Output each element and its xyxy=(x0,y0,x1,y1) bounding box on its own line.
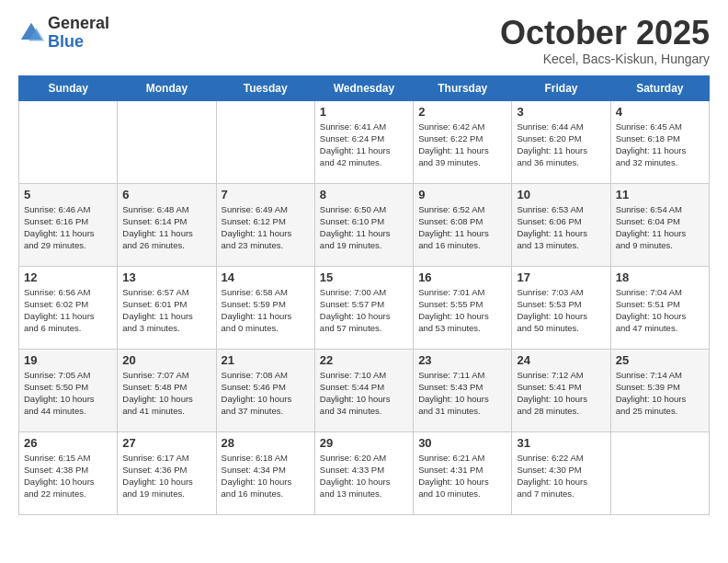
day-number: 9 xyxy=(418,188,506,201)
day-number: 24 xyxy=(517,353,605,367)
day-number: 16 xyxy=(418,270,506,284)
day-info: Sunrise: 7:04 AM Sunset: 5:51 PM Dayligh… xyxy=(616,286,704,335)
calendar-cell: 7Sunrise: 6:49 AM Sunset: 6:12 PM Daylig… xyxy=(216,183,314,266)
day-info: Sunrise: 6:46 AM Sunset: 6:16 PM Dayligh… xyxy=(24,203,112,252)
calendar-cell: 4Sunrise: 6:45 AM Sunset: 6:18 PM Daylig… xyxy=(610,100,709,183)
calendar-cell: 26Sunrise: 6:15 AM Sunset: 4:38 PM Dayli… xyxy=(19,431,118,514)
day-number: 4 xyxy=(616,105,704,119)
day-number: 26 xyxy=(24,436,112,450)
calendar-cell: 10Sunrise: 6:53 AM Sunset: 6:06 PM Dayli… xyxy=(512,183,610,266)
day-info: Sunrise: 6:52 AM Sunset: 6:08 PM Dayligh… xyxy=(418,203,506,252)
calendar-cell: 14Sunrise: 6:58 AM Sunset: 5:59 PM Dayli… xyxy=(216,266,314,349)
day-number: 15 xyxy=(320,270,408,284)
day-info: Sunrise: 6:54 AM Sunset: 6:04 PM Dayligh… xyxy=(616,203,704,252)
day-info: Sunrise: 7:08 AM Sunset: 5:46 PM Dayligh… xyxy=(222,369,310,418)
calendar-cell: 8Sunrise: 6:50 AM Sunset: 6:10 PM Daylig… xyxy=(314,183,413,266)
calendar-cell: 1Sunrise: 6:41 AM Sunset: 6:24 PM Daylig… xyxy=(314,100,413,183)
calendar-title: October 2025 xyxy=(500,15,710,52)
calendar-cell: 31Sunrise: 6:22 AM Sunset: 4:30 PM Dayli… xyxy=(512,431,610,514)
day-info: Sunrise: 7:11 AM Sunset: 5:43 PM Dayligh… xyxy=(418,369,506,418)
calendar-cell xyxy=(610,431,709,514)
calendar-cell xyxy=(19,100,118,183)
calendar-cell: 5Sunrise: 6:46 AM Sunset: 6:16 PM Daylig… xyxy=(19,183,118,266)
calendar-cell: 13Sunrise: 6:57 AM Sunset: 6:01 PM Dayli… xyxy=(118,266,216,349)
day-info: Sunrise: 6:42 AM Sunset: 6:22 PM Dayligh… xyxy=(418,121,506,169)
day-info: Sunrise: 6:21 AM Sunset: 4:31 PM Dayligh… xyxy=(418,452,506,500)
calendar-cell: 18Sunrise: 7:04 AM Sunset: 5:51 PM Dayli… xyxy=(610,266,709,349)
day-number: 25 xyxy=(616,353,704,367)
day-number: 17 xyxy=(517,270,605,284)
day-number: 22 xyxy=(320,353,408,367)
day-number: 28 xyxy=(222,436,310,450)
day-number: 7 xyxy=(222,188,310,201)
calendar-cell: 23Sunrise: 7:11 AM Sunset: 5:43 PM Dayli… xyxy=(414,349,512,431)
day-info: Sunrise: 6:50 AM Sunset: 6:10 PM Dayligh… xyxy=(320,203,408,252)
day-info: Sunrise: 6:58 AM Sunset: 5:59 PM Dayligh… xyxy=(222,286,310,335)
day-info: Sunrise: 6:49 AM Sunset: 6:12 PM Dayligh… xyxy=(222,203,310,252)
day-info: Sunrise: 6:57 AM Sunset: 6:01 PM Dayligh… xyxy=(122,286,210,335)
day-number: 13 xyxy=(122,270,210,284)
day-number: 31 xyxy=(517,436,605,450)
calendar-cell xyxy=(118,100,216,183)
day-info: Sunrise: 6:44 AM Sunset: 6:20 PM Dayligh… xyxy=(517,121,605,169)
calendar-week-row: 12Sunrise: 6:56 AM Sunset: 6:02 PM Dayli… xyxy=(19,266,710,349)
calendar-cell: 15Sunrise: 7:00 AM Sunset: 5:57 PM Dayli… xyxy=(314,266,413,349)
logo-blue-text: Blue xyxy=(48,33,109,52)
day-info: Sunrise: 7:07 AM Sunset: 5:48 PM Dayligh… xyxy=(122,369,210,418)
page-header: General Blue October 2025 Kecel, Bacs-Ki… xyxy=(18,15,710,66)
day-number: 12 xyxy=(24,270,112,284)
calendar-cell: 12Sunrise: 6:56 AM Sunset: 6:02 PM Dayli… xyxy=(19,266,118,349)
day-number: 23 xyxy=(418,353,506,367)
calendar-cell: 27Sunrise: 6:17 AM Sunset: 4:36 PM Dayli… xyxy=(118,431,216,514)
day-number: 21 xyxy=(222,353,310,367)
day-number: 3 xyxy=(517,105,605,119)
calendar-cell: 28Sunrise: 6:18 AM Sunset: 4:34 PM Dayli… xyxy=(216,431,314,514)
day-number: 19 xyxy=(24,353,112,367)
calendar-week-row: 1Sunrise: 6:41 AM Sunset: 6:24 PM Daylig… xyxy=(19,100,710,183)
day-number: 11 xyxy=(616,188,704,201)
logo-general-text: General xyxy=(48,15,109,33)
day-number: 8 xyxy=(320,188,408,201)
weekday-header: Sunday xyxy=(19,75,118,100)
calendar-week-row: 5Sunrise: 6:46 AM Sunset: 6:16 PM Daylig… xyxy=(19,183,710,266)
day-info: Sunrise: 7:14 AM Sunset: 5:39 PM Dayligh… xyxy=(616,369,704,418)
calendar-table: SundayMondayTuesdayWednesdayThursdayFrid… xyxy=(18,75,710,515)
calendar-week-row: 19Sunrise: 7:05 AM Sunset: 5:50 PM Dayli… xyxy=(19,349,710,431)
title-block: October 2025 Kecel, Bacs-Kiskun, Hungary xyxy=(500,15,710,66)
calendar-cell: 9Sunrise: 6:52 AM Sunset: 6:08 PM Daylig… xyxy=(414,183,512,266)
calendar-cell: 6Sunrise: 6:48 AM Sunset: 6:14 PM Daylig… xyxy=(118,183,216,266)
calendar-cell: 11Sunrise: 6:54 AM Sunset: 6:04 PM Dayli… xyxy=(610,183,709,266)
day-number: 1 xyxy=(320,105,408,119)
day-info: Sunrise: 6:17 AM Sunset: 4:36 PM Dayligh… xyxy=(122,452,210,500)
weekday-header: Friday xyxy=(512,75,610,100)
day-number: 10 xyxy=(517,188,605,201)
calendar-cell: 17Sunrise: 7:03 AM Sunset: 5:53 PM Dayli… xyxy=(512,266,610,349)
weekday-header: Saturday xyxy=(610,75,709,100)
day-number: 18 xyxy=(616,270,704,284)
calendar-cell: 30Sunrise: 6:21 AM Sunset: 4:31 PM Dayli… xyxy=(414,431,512,514)
weekday-header: Monday xyxy=(118,75,216,100)
weekday-header: Tuesday xyxy=(216,75,314,100)
day-info: Sunrise: 6:20 AM Sunset: 4:33 PM Dayligh… xyxy=(320,452,408,500)
calendar-cell: 19Sunrise: 7:05 AM Sunset: 5:50 PM Dayli… xyxy=(19,349,118,431)
logo: General Blue xyxy=(18,15,109,52)
day-number: 30 xyxy=(418,436,506,450)
calendar-cell: 16Sunrise: 7:01 AM Sunset: 5:55 PM Dayli… xyxy=(414,266,512,349)
logo-icon xyxy=(18,20,44,46)
day-info: Sunrise: 7:01 AM Sunset: 5:55 PM Dayligh… xyxy=(418,286,506,335)
day-info: Sunrise: 7:10 AM Sunset: 5:44 PM Dayligh… xyxy=(320,369,408,418)
day-number: 6 xyxy=(122,188,210,201)
day-number: 14 xyxy=(222,270,310,284)
calendar-cell: 24Sunrise: 7:12 AM Sunset: 5:41 PM Dayli… xyxy=(512,349,610,431)
day-info: Sunrise: 6:48 AM Sunset: 6:14 PM Dayligh… xyxy=(122,203,210,252)
day-info: Sunrise: 7:00 AM Sunset: 5:57 PM Dayligh… xyxy=(320,286,408,335)
day-info: Sunrise: 6:15 AM Sunset: 4:38 PM Dayligh… xyxy=(24,452,112,500)
day-info: Sunrise: 6:22 AM Sunset: 4:30 PM Dayligh… xyxy=(517,452,605,500)
day-info: Sunrise: 6:53 AM Sunset: 6:06 PM Dayligh… xyxy=(517,203,605,252)
day-info: Sunrise: 6:45 AM Sunset: 6:18 PM Dayligh… xyxy=(616,121,704,169)
calendar-cell xyxy=(216,100,314,183)
weekday-header: Wednesday xyxy=(314,75,413,100)
day-info: Sunrise: 6:18 AM Sunset: 4:34 PM Dayligh… xyxy=(222,452,310,500)
day-info: Sunrise: 6:56 AM Sunset: 6:02 PM Dayligh… xyxy=(24,286,112,335)
calendar-subtitle: Kecel, Bacs-Kiskun, Hungary xyxy=(500,52,710,66)
